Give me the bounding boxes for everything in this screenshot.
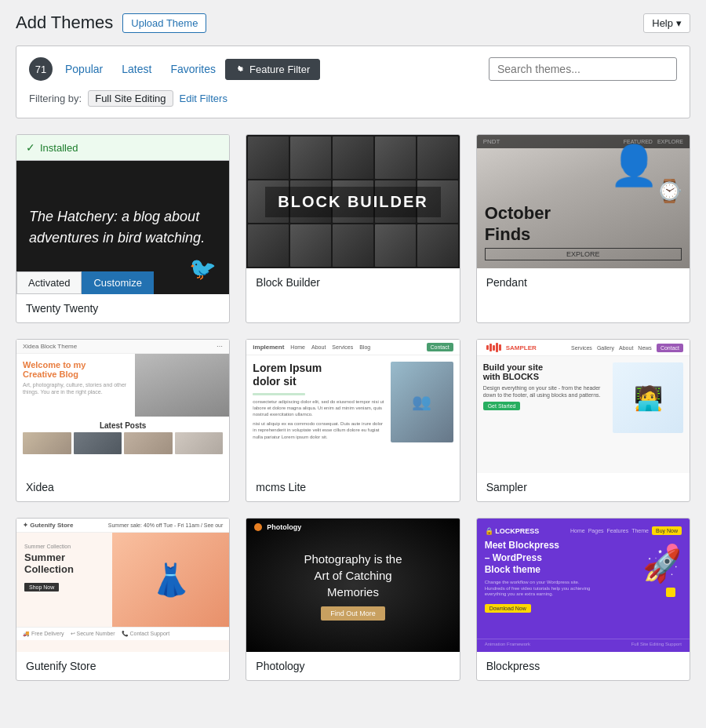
bb-bg: BLOCK BUILDER xyxy=(246,135,459,268)
bp-nav-theme: Theme xyxy=(631,528,649,533)
pendant-main-title: OctoberFinds xyxy=(485,203,682,245)
installed-badge: ✓ Installed xyxy=(16,135,229,161)
theme-name-blockpress: Blockpress xyxy=(477,652,690,680)
sampler-figure: 🧑‍💻 xyxy=(613,362,683,433)
bp-illustration: 🚀 xyxy=(603,540,682,613)
mcms-nav-home: Home xyxy=(290,344,305,350)
xidea-hero: Welcome to myCreative Blog Art, photogra… xyxy=(16,354,229,417)
mcms-nav-blog: Blog xyxy=(359,344,370,350)
bb-text: BLOCK BUILDER xyxy=(265,187,441,217)
upload-theme-button[interactable]: Upload Theme xyxy=(122,13,206,33)
theme-card-photology[interactable]: Photology Photography is theArt of Catch… xyxy=(246,518,460,681)
gutenify-title-sm: Summer Collection xyxy=(24,544,74,549)
theme-overlay: Activated Customize xyxy=(16,271,229,294)
bp-nav: Home Pages Features Theme xyxy=(570,528,649,533)
sampler-nav: Services Gallery About News xyxy=(571,345,652,351)
theme-label-cont: ty xyxy=(89,302,98,315)
chevron-down-icon: ▾ xyxy=(676,17,682,29)
theme-card-xidea[interactable]: Xidea Block Theme ⋯ Welcome to myCreativ… xyxy=(16,339,230,502)
xidea-thumb-1 xyxy=(23,432,71,454)
theme-card-sampler[interactable]: SAMPLER Services Gallery About News Cont… xyxy=(476,339,690,502)
filter-favorites[interactable]: Favorites xyxy=(161,60,225,78)
bp-text-area: Meet Blockpress– WordPressBlock theme Ch… xyxy=(485,540,597,613)
mcms-header: implement Home About Services Blog Conta… xyxy=(246,340,459,355)
mcms-nav-about: About xyxy=(311,344,326,350)
mcms-highlight xyxy=(253,393,305,395)
bp-title: Meet Blockpress– WordPressBlock theme xyxy=(485,540,597,577)
photology-title: Photography is theArt of CatchingMemorie… xyxy=(304,551,402,600)
theme-name-gutenify: Gutenify Store xyxy=(16,652,229,680)
filter-bar: 71 Popular Latest Favorites Feature Filt… xyxy=(16,46,690,118)
theme-count-badge: 71 xyxy=(29,57,53,81)
xidea-thumb-2 xyxy=(74,432,122,454)
sampler-nav-news: News xyxy=(638,345,652,351)
theme-card-blockpress[interactable]: 🔒 LOCKPRESS Home Pages Features Theme Bu… xyxy=(476,518,690,681)
sampler-nav-services: Services xyxy=(571,345,592,351)
theme-card-blockbuilder[interactable]: BLOCK BUILDER Block Builder xyxy=(246,134,460,323)
sampler-illustration: 🧑‍💻 xyxy=(613,362,683,433)
waveform-icon xyxy=(486,343,501,352)
bp-sub: Change the workflow on your Wordpress si… xyxy=(485,580,597,598)
theme-name-sampler: Sampler xyxy=(477,473,690,501)
photology-header: Photology xyxy=(246,519,459,536)
waveform-bar-5 xyxy=(499,344,501,351)
photology-cta-btn[interactable]: Find Out More xyxy=(321,606,385,621)
gutenify-footer-1: 🚚 Free Delivery xyxy=(23,631,64,637)
page-header: Add Themes Upload Theme Help ▾ xyxy=(16,13,690,33)
filter-latest[interactable]: Latest xyxy=(112,60,161,78)
theme-thumbnail-xidea: Xidea Block Theme ⋯ Welcome to myCreativ… xyxy=(16,340,229,473)
mcms-left: Lorem Ipsumdolor sit consectetur adipisc… xyxy=(253,362,384,442)
xidea-subtitle: Art, photography, culture, stories and o… xyxy=(23,381,129,395)
search-input[interactable] xyxy=(489,57,677,81)
theme-thumbnail-sampler: SAMPLER Services Gallery About News Cont… xyxy=(477,340,690,473)
sampler-sub-text: Design everything on your site - from th… xyxy=(483,384,606,399)
bp-content: Meet Blockpress– WordPressBlock theme Ch… xyxy=(485,540,682,613)
theme-name-twentytwenty: Twenty Twenty xyxy=(16,294,229,322)
xidea-dots: ⋯ xyxy=(217,343,223,350)
sampler-header: SAMPLER Services Gallery About News Cont… xyxy=(477,340,690,356)
sampler-start-btn: Get Started xyxy=(483,402,521,410)
filter-tag: Full Site Editing xyxy=(88,90,173,107)
installed-label: Installed xyxy=(40,142,78,154)
theme-thumbnail-gutenify: ✦ Gutenify Store Summer sale: 40% off Tu… xyxy=(16,519,229,652)
gutenify-nav: Summer sale: 40% off Tue - Fri 11am / Se… xyxy=(108,522,224,528)
filter-popular[interactable]: Popular xyxy=(65,60,112,78)
theme-card-mcms[interactable]: implement Home About Services Blog Conta… xyxy=(246,339,460,502)
pendant-explore-btn[interactable]: EXPLORE xyxy=(485,248,682,260)
gutenify-footer-3: 📞 Contact Support xyxy=(122,631,170,637)
sampler-bg: SAMPLER Services Gallery About News Cont… xyxy=(477,340,690,473)
waveform-bar-4 xyxy=(496,343,498,352)
waveform-bar-1 xyxy=(486,345,489,350)
photology-bg: Photology Photography is theArt of Catch… xyxy=(246,519,459,652)
help-label: Help xyxy=(652,17,673,29)
photology-text: Photography is theArt of CatchingMemorie… xyxy=(304,551,402,621)
xidea-logo: Xidea Block Theme xyxy=(23,343,77,350)
bp-header: 🔒 LOCKPRESS Home Pages Features Theme Bu… xyxy=(485,526,682,535)
gutenify-logo: ✦ Gutenify Store xyxy=(23,522,73,529)
theme-card-gutenify[interactable]: ✦ Gutenify Store Summer sale: 40% off Tu… xyxy=(16,518,230,681)
theme-card-twentytwenty[interactable]: ✓ Installed The Hatchery: a blog about a… xyxy=(16,134,230,323)
bb-overlay: BLOCK BUILDER xyxy=(246,135,459,268)
sampler-cta-btn: Contact xyxy=(657,344,683,352)
xidea-thumb-4 xyxy=(175,432,224,454)
gear-icon xyxy=(235,64,245,74)
mcms-bg: implement Home About Services Blog Conta… xyxy=(246,340,459,473)
photology-logo-dot xyxy=(254,523,262,531)
theme-preview-text: The Hatchery: a blog about adventures in… xyxy=(29,206,217,249)
activated-button: Activated xyxy=(16,271,82,294)
pendant-person-icon: 👤 xyxy=(610,143,658,188)
xidea-section-title: Latest Posts xyxy=(16,417,229,432)
theme-card-pendant[interactable]: PNDT FEATURED EXPLORE 👤 ⌚ OctoberFinds E… xyxy=(476,134,690,323)
watch-icon: ⌚ xyxy=(656,178,683,204)
mcms-text-2: nisi ut aliquip ex ea commodo consequat.… xyxy=(253,420,384,440)
title-area: Add Themes Upload Theme xyxy=(16,13,206,33)
theme-thumbnail-blockbuilder: BLOCK BUILDER xyxy=(246,135,459,268)
feature-filter-button[interactable]: Feature Filter xyxy=(225,59,320,80)
help-button[interactable]: Help ▾ xyxy=(643,13,690,33)
pendant-logo: PNDT xyxy=(483,138,500,145)
xidea-thumbs xyxy=(16,432,229,454)
customize-button[interactable]: Customize xyxy=(82,271,153,294)
sampler-big-title: Build your sitewith BLOCKS xyxy=(483,362,606,381)
edit-filters-link[interactable]: Edit Filters xyxy=(180,93,227,104)
gutenify-hero: Summer Collection SummerCollection Shop … xyxy=(16,533,229,627)
